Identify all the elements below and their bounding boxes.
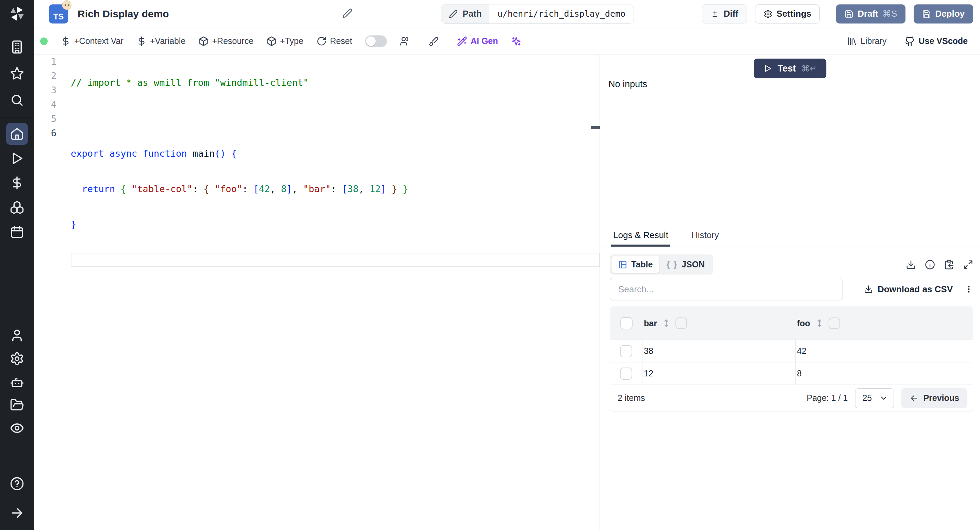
table-row: 12 8: [610, 362, 973, 385]
search-icon[interactable]: [6, 89, 28, 111]
edit-summary-pencil-icon[interactable]: [342, 8, 353, 20]
library-icon: [847, 36, 857, 46]
save-icon: [845, 10, 853, 18]
path-label-section: Path: [441, 5, 489, 24]
page-title: Rich Display demo: [78, 8, 169, 20]
code-line: [71, 111, 600, 125]
foo-column-toggle[interactable]: [829, 318, 840, 329]
sidebar-item-schedules[interactable]: [6, 221, 28, 243]
cell-foo: 8: [797, 369, 802, 378]
sidebar-item-settings[interactable]: [6, 348, 28, 370]
package-icon: [198, 36, 208, 46]
tab-logs-result[interactable]: Logs & Result: [611, 225, 670, 247]
sparkles-icon[interactable]: [511, 36, 521, 46]
bar-column-toggle[interactable]: [675, 318, 687, 329]
help-icon[interactable]: [6, 473, 28, 495]
code-editor[interactable]: 1 2 3 4 5 6 // import * as wmill from "w…: [34, 54, 600, 530]
sidebar-top-group: [6, 36, 28, 111]
add-resource-button[interactable]: +Resource: [198, 36, 253, 46]
editor-toolbar: +Context Var +Variable +Resource +Type R…: [34, 28, 980, 54]
magic-wand-icon: [457, 36, 467, 46]
sidebar-item-users[interactable]: [6, 325, 28, 346]
download-csv-button[interactable]: Download as CSV: [864, 284, 953, 295]
format-brush-icon[interactable]: [428, 36, 439, 46]
sidebar-item-workers[interactable]: [6, 371, 28, 393]
expand-sidebar-icon[interactable]: [6, 502, 28, 524]
cell-bar: 12: [644, 369, 653, 378]
workspace-building-icon[interactable]: [6, 36, 28, 58]
header-actions: Diff Settings Draft ⌘S Deploy: [702, 5, 973, 24]
toolbar-right: Library Use VScode: [847, 36, 968, 46]
sidebar-item-runs[interactable]: [6, 147, 28, 169]
code-line: }: [71, 217, 600, 231]
deploy-button[interactable]: Deploy: [914, 5, 973, 24]
row-checkbox[interactable]: [620, 345, 632, 357]
diff-button[interactable]: Diff: [702, 5, 746, 24]
select-all-checkbox[interactable]: [620, 317, 633, 329]
save-draft-button[interactable]: Draft ⌘S: [836, 5, 905, 24]
code-lines: // import * as wmill from "windmill-clie…: [71, 54, 600, 288]
sidebar-item-resources[interactable]: [6, 196, 28, 218]
path-button[interactable]: Path u/henri/rich_display_demo: [441, 4, 634, 24]
library-button[interactable]: Library: [847, 36, 886, 46]
previous-page-button[interactable]: Previous: [901, 388, 967, 408]
ai-gen-button[interactable]: AI Gen: [457, 36, 498, 46]
download-result-icon[interactable]: [906, 260, 916, 270]
cell-foo: 42: [797, 346, 807, 356]
right-panel: Test ⌘↵ No inputs Logs & Result History: [600, 54, 980, 530]
page-size-select[interactable]: 25: [855, 388, 894, 408]
table-icon: [618, 260, 627, 269]
dollar-icon: [137, 36, 147, 46]
diff-mode-toggle[interactable]: [365, 35, 387, 47]
sidebar-bottom-group: [6, 473, 28, 524]
view-option-json[interactable]: { } JSON: [659, 256, 711, 273]
info-icon[interactable]: [925, 260, 935, 270]
view-switcher: Table { } JSON: [610, 254, 713, 275]
result-section: Table { } JSON: [600, 247, 980, 530]
multiplayer-users-icon[interactable]: [400, 36, 410, 46]
download-icon: [864, 285, 873, 294]
draft-shortcut: ⌘S: [882, 8, 897, 19]
sidebar-item-home[interactable]: [6, 123, 28, 145]
add-variable-button[interactable]: +Variable: [137, 36, 185, 46]
left-sidebar: [0, 0, 34, 530]
add-context-var-button[interactable]: +Context Var: [60, 36, 124, 46]
owner-avatar: [62, 0, 72, 10]
use-vscode-button[interactable]: Use VScode: [905, 36, 968, 46]
play-icon: [763, 64, 772, 73]
copy-result-icon[interactable]: [944, 260, 954, 270]
table-search-input[interactable]: [610, 278, 843, 300]
test-button[interactable]: Test ⌘↵: [754, 59, 826, 78]
table-options-kebab-icon[interactable]: [964, 285, 973, 294]
inputs-section: Test ⌘↵ No inputs: [600, 54, 980, 225]
line-numbers: 1 2 3 4 5 6: [34, 54, 71, 288]
editor-overview-ruler[interactable]: [591, 54, 600, 530]
settings-button[interactable]: Settings: [755, 5, 820, 24]
sidebar-item-variables[interactable]: [6, 172, 28, 194]
view-option-table[interactable]: Table: [611, 256, 659, 273]
result-tabs: Logs & Result History: [600, 225, 980, 247]
code-line: export async function main() {: [71, 147, 600, 161]
expand-result-icon[interactable]: [963, 260, 973, 270]
braces-icon: { }: [666, 260, 677, 270]
status-green-dot: [40, 37, 48, 45]
add-type-button[interactable]: +Type: [266, 36, 304, 46]
gear-icon: [764, 10, 772, 18]
save-icon: [922, 10, 931, 18]
reset-button[interactable]: Reset: [317, 36, 352, 46]
sort-bar-icon[interactable]: [662, 319, 671, 328]
tab-history[interactable]: History: [689, 225, 721, 247]
path-value: u/henri/rich_display_demo: [489, 5, 633, 24]
windmill-logo[interactable]: [8, 5, 26, 22]
table-row: 38 42: [610, 340, 973, 362]
column-header-foo: foo: [797, 318, 810, 328]
plus-minus-icon: [711, 10, 719, 18]
cell-bar: 38: [644, 346, 653, 356]
favorites-star-icon[interactable]: [6, 63, 28, 85]
sidebar-item-folders[interactable]: [6, 394, 28, 416]
sort-foo-icon[interactable]: [815, 319, 824, 328]
table-footer: 2 items Page: 1 / 1 25 Previous: [610, 385, 973, 411]
sidebar-item-audit-logs[interactable]: [6, 417, 28, 439]
rotate-icon: [317, 36, 327, 46]
row-checkbox[interactable]: [620, 367, 632, 380]
